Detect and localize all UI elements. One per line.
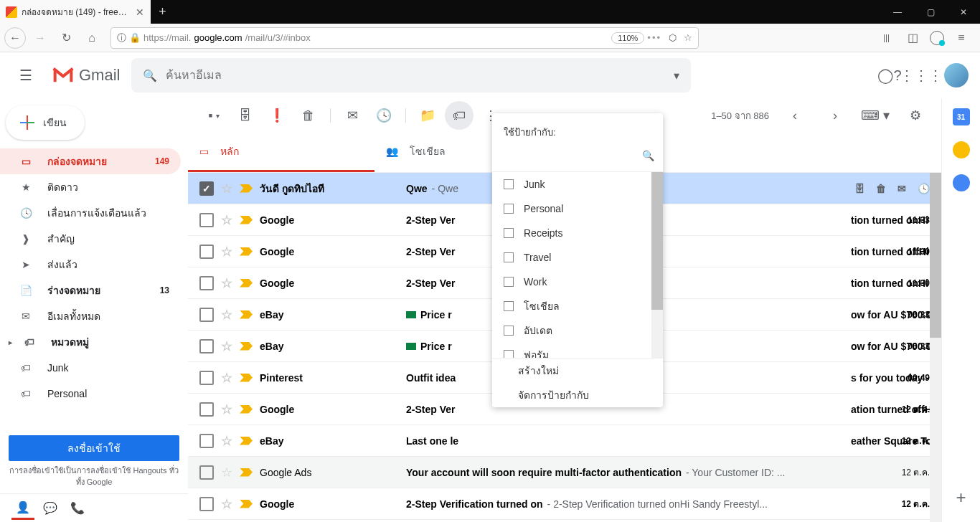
row-checkbox[interactable] — [199, 371, 214, 385]
report-spam-button[interactable]: ❗ — [263, 101, 291, 130]
star-icon[interactable]: ☆ — [221, 275, 232, 291]
importance-marker[interactable] — [240, 374, 253, 382]
sidebar-item-เลื่อนการแจ้งเตือนแล้ว[interactable]: 🕓เลื่อนการแจ้งเตือนแล้ว — [0, 200, 181, 226]
search-icon[interactable]: 🔍 — [143, 69, 157, 82]
importance-marker[interactable] — [240, 310, 253, 319]
support-icon[interactable]: ◯? — [881, 67, 898, 84]
sidebar-item-Junk[interactable]: 🏷Junk — [0, 355, 181, 381]
url-actions-icon[interactable]: ••• — [647, 32, 661, 43]
star-icon[interactable]: ☆ — [221, 465, 232, 480]
reload-button[interactable]: ↻ — [55, 27, 77, 49]
row-checkbox[interactable] — [199, 339, 214, 353]
importance-marker[interactable] — [240, 279, 253, 288]
signin-button[interactable]: ลงชื่อเข้าใช้ — [9, 435, 179, 461]
search-box[interactable]: 🔍 ▾ — [131, 58, 691, 92]
label-option-โซเชียล[interactable]: โซเชียล — [492, 294, 663, 318]
label-option-อัปเดต[interactable]: อัปเดต — [492, 318, 663, 343]
manage-labels-item[interactable]: จัดการป้ายกำกับ — [492, 383, 663, 407]
apps-grid-icon[interactable]: ⋮⋮⋮ — [913, 67, 930, 84]
row-checkbox[interactable] — [199, 245, 214, 259]
popup-scrollbar[interactable] — [651, 172, 663, 358]
checkbox-icon[interactable] — [504, 277, 514, 287]
settings-button[interactable]: ⚙ — [901, 101, 930, 130]
mark-read-button[interactable]: ✉ — [338, 101, 367, 130]
star-icon[interactable]: ☆ — [221, 433, 232, 449]
main-menu-button[interactable]: ☰ — [11, 61, 40, 90]
search-input[interactable] — [166, 69, 665, 82]
prev-page-button[interactable]: ‹ — [781, 101, 809, 130]
checkbox-icon[interactable] — [504, 326, 514, 336]
importance-marker[interactable] — [240, 216, 253, 224]
checkbox-icon[interactable] — [504, 204, 514, 214]
zoom-badge[interactable]: 110% — [611, 32, 644, 44]
calendar-addon-icon[interactable]: 31 — [953, 108, 970, 125]
tasks-addon-icon[interactable] — [953, 174, 970, 191]
star-icon[interactable]: ☆ — [221, 370, 232, 386]
importance-marker[interactable] — [240, 468, 253, 477]
row-checkbox[interactable] — [199, 497, 214, 511]
star-icon[interactable]: ☆ — [221, 496, 232, 512]
sidebar-item-หมวดหมู่[interactable]: ▸🏷หมวดหมู่ — [0, 329, 181, 355]
sidebar-item-กล่องจดหมาย[interactable]: ▭กล่องจดหมาย149 — [0, 148, 181, 174]
row-checkbox[interactable] — [199, 213, 214, 227]
star-icon[interactable]: ☆ — [221, 307, 232, 323]
pocket-icon[interactable]: ⬡ — [669, 32, 677, 43]
tab-หลัก[interactable]: ▭หลัก — [188, 133, 374, 172]
label-option-Personal[interactable]: Personal — [492, 196, 663, 221]
archive-button[interactable]: 🗄 — [231, 101, 260, 130]
close-window-button[interactable]: ✕ — [947, 0, 980, 24]
compose-button[interactable]: เขียน — [6, 105, 85, 140]
sidebar-item-สำคัญ[interactable]: ❱สำคัญ — [0, 226, 181, 252]
back-button[interactable]: ← — [4, 27, 26, 49]
checkbox-icon[interactable] — [504, 350, 514, 359]
keep-addon-icon[interactable] — [953, 141, 970, 158]
importance-marker[interactable] — [240, 342, 253, 351]
star-icon[interactable]: ☆ — [221, 402, 232, 417]
sidebar-item-อีเมลทั้งหมด[interactable]: ✉อีเมลทั้งหมด — [0, 303, 181, 329]
label-option-ฟอรัม[interactable]: ฟอรัม — [492, 343, 663, 359]
sidebar-item-ติดดาว[interactable]: ★ติดดาว — [0, 174, 181, 200]
importance-marker[interactable] — [240, 184, 253, 193]
importance-marker[interactable] — [240, 247, 253, 256]
library-icon[interactable]: ⫼ — [878, 29, 895, 47]
label-search-input[interactable] — [501, 146, 642, 166]
minimize-button[interactable]: — — [881, 0, 914, 24]
search-icon[interactable]: 🔍 — [642, 150, 654, 161]
contacts-icon[interactable]: 👤 — [11, 497, 34, 520]
maximize-button[interactable]: ▢ — [914, 0, 947, 24]
importance-marker[interactable] — [240, 405, 253, 414]
row-checkbox[interactable] — [199, 434, 214, 448]
mail-row[interactable]: ☆eBayLast one leeather Square Toe Block … — [188, 425, 941, 457]
move-to-button[interactable]: 📁 — [413, 101, 442, 130]
mark-read-icon[interactable]: ✉ — [897, 183, 906, 194]
star-icon[interactable]: ☆ — [221, 212, 232, 228]
sidebar-item-ส่งแล้ว[interactable]: ➤ส่งแล้ว — [0, 252, 181, 277]
label-option-Travel[interactable]: Travel — [492, 245, 663, 270]
new-tab-button[interactable]: + — [151, 0, 174, 24]
url-bar[interactable]: ⓘ 🔒 https://mail.google.com/mail/u/3/#in… — [110, 27, 699, 49]
checkbox-icon[interactable] — [504, 179, 514, 189]
hangouts-icon[interactable]: 💬 — [39, 497, 62, 520]
label-option-Junk[interactable]: Junk — [492, 172, 663, 196]
bookmark-star-icon[interactable]: ☆ — [684, 32, 692, 43]
select-all-button[interactable]: ▪▾ — [199, 101, 228, 130]
importance-marker[interactable] — [240, 500, 253, 508]
scrollbar[interactable] — [930, 173, 941, 522]
star-icon[interactable]: ☆ — [221, 244, 232, 260]
close-tab-icon[interactable]: ✕ — [135, 7, 145, 17]
home-button[interactable]: ⌂ — [80, 27, 103, 49]
row-checkbox[interactable] — [199, 308, 214, 322]
search-options-icon[interactable]: ▾ — [674, 69, 679, 82]
checkbox-icon[interactable] — [504, 252, 514, 262]
info-icon[interactable]: ⓘ — [117, 32, 126, 44]
get-addons-icon[interactable]: + — [956, 488, 966, 508]
account-shield-icon[interactable] — [930, 31, 944, 45]
labels-button[interactable]: 🏷 — [445, 101, 473, 130]
checkbox-icon[interactable] — [504, 301, 514, 311]
phone-icon[interactable]: 📞 — [66, 497, 89, 520]
mail-row[interactable]: ☆Google AdsYour account will soon requir… — [188, 457, 941, 488]
row-checkbox[interactable] — [199, 402, 214, 417]
star-icon[interactable]: ☆ — [221, 181, 232, 196]
create-label-item[interactable]: สร้างใหม่ — [492, 359, 663, 383]
sidebar-icon[interactable]: ◫ — [904, 29, 921, 47]
